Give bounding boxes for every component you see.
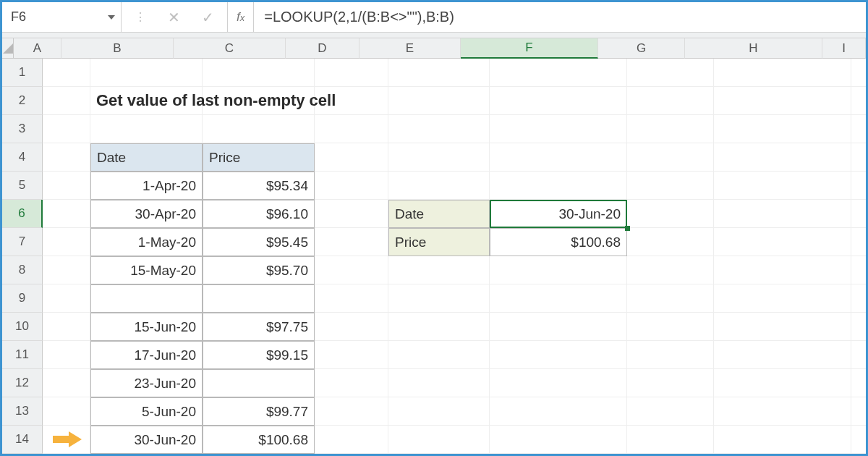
cell[interactable]: [627, 369, 714, 397]
cell[interactable]: [714, 256, 851, 284]
cell[interactable]: [851, 228, 868, 256]
table-cell-price[interactable]: $99.77: [203, 397, 315, 426]
cell[interactable]: [851, 313, 868, 341]
row-header-10[interactable]: 10: [2, 313, 43, 341]
cell[interactable]: [627, 426, 714, 454]
table-cell-date[interactable]: 1-May-20: [90, 228, 203, 256]
cell[interactable]: [388, 369, 490, 397]
cell[interactable]: [714, 397, 851, 426]
table-cell-price[interactable]: $100.68: [203, 426, 315, 454]
cell[interactable]: [627, 228, 714, 256]
cell[interactable]: [851, 200, 868, 228]
name-box[interactable]: F6: [2, 2, 122, 32]
cell[interactable]: [315, 369, 388, 397]
cell[interactable]: [43, 172, 90, 200]
row-header-5[interactable]: 5: [2, 172, 43, 200]
col-header-B[interactable]: B: [61, 38, 174, 59]
table-cell-date[interactable]: 30-Apr-20: [90, 200, 203, 228]
cell[interactable]: [490, 59, 627, 87]
col-header-D[interactable]: D: [286, 38, 359, 59]
cell[interactable]: [43, 200, 90, 228]
col-header-G[interactable]: G: [598, 38, 685, 59]
cell[interactable]: [388, 87, 490, 115]
cell[interactable]: [315, 256, 388, 284]
row-header-13[interactable]: 13: [2, 397, 43, 426]
select-all-corner[interactable]: [2, 38, 14, 59]
cell[interactable]: [851, 172, 868, 200]
row-header-1[interactable]: 1: [2, 59, 43, 87]
table-cell-date[interactable]: 1-Apr-20: [90, 172, 203, 200]
row-header-4[interactable]: 4: [2, 143, 43, 172]
table-cell-date[interactable]: 17-Jun-20: [90, 341, 203, 369]
lookup-label-date[interactable]: Date: [388, 200, 490, 228]
cell[interactable]: [388, 341, 490, 369]
row-header-12[interactable]: 12: [2, 369, 43, 397]
cell[interactable]: [315, 172, 388, 200]
cell[interactable]: [388, 256, 490, 284]
cell[interactable]: [714, 200, 851, 228]
cell[interactable]: [388, 172, 490, 200]
cell[interactable]: [490, 426, 627, 454]
cell[interactable]: [851, 369, 868, 397]
cell[interactable]: [851, 341, 868, 369]
cancel-icon[interactable]: ✕: [168, 9, 180, 26]
table-cell-price[interactable]: [203, 284, 315, 313]
row-header-8[interactable]: 8: [2, 256, 43, 284]
col-header-H[interactable]: H: [685, 38, 822, 59]
cell[interactable]: [627, 341, 714, 369]
table-cell-date[interactable]: 15-May-20: [90, 256, 203, 284]
cell[interactable]: [490, 284, 627, 313]
cell[interactable]: [627, 115, 714, 143]
table-cell-price[interactable]: $95.70: [203, 256, 315, 284]
enter-icon[interactable]: ✓: [202, 9, 214, 26]
cell[interactable]: [315, 284, 388, 313]
cell[interactable]: [627, 87, 714, 115]
cell[interactable]: [203, 59, 315, 87]
fx-button[interactable]: fx: [228, 2, 254, 32]
cell[interactable]: [714, 115, 851, 143]
cell[interactable]: [315, 313, 388, 341]
cell[interactable]: [43, 87, 90, 115]
formula-input[interactable]: =LOOKUP(2,1/(B:B<>""),B:B): [254, 2, 866, 32]
cell[interactable]: [627, 143, 714, 172]
row-header-7[interactable]: 7: [2, 228, 43, 256]
cell[interactable]: [490, 397, 627, 426]
cell[interactable]: [490, 87, 627, 115]
cell[interactable]: [490, 115, 627, 143]
col-header-E[interactable]: E: [359, 38, 461, 59]
cell[interactable]: [627, 313, 714, 341]
col-header-A[interactable]: A: [14, 38, 61, 59]
cell[interactable]: [714, 172, 851, 200]
cell[interactable]: [627, 284, 714, 313]
cell[interactable]: [315, 59, 388, 87]
cell[interactable]: [43, 426, 90, 454]
table-cell-date[interactable]: [90, 284, 203, 313]
cell[interactable]: [851, 87, 868, 115]
cell[interactable]: [851, 143, 868, 172]
cell[interactable]: [43, 341, 90, 369]
table-cell-price[interactable]: $95.45: [203, 228, 315, 256]
cell[interactable]: [714, 87, 851, 115]
cell[interactable]: [43, 115, 90, 143]
table-cell-price[interactable]: $97.75: [203, 313, 315, 341]
cell[interactable]: [90, 59, 203, 87]
cell[interactable]: [43, 284, 90, 313]
cell[interactable]: [714, 313, 851, 341]
title-cell[interactable]: Get value of last non-empty cell: [90, 87, 203, 115]
cell[interactable]: [43, 397, 90, 426]
cell[interactable]: [851, 115, 868, 143]
table-header-date[interactable]: Date: [90, 143, 203, 172]
cell[interactable]: [714, 59, 851, 87]
lookup-value-date[interactable]: 30-Jun-20: [490, 200, 627, 228]
lookup-value-price[interactable]: $100.68: [490, 228, 627, 256]
col-header-C[interactable]: C: [174, 38, 286, 59]
table-cell-date[interactable]: 5-Jun-20: [90, 397, 203, 426]
table-cell-price[interactable]: [203, 369, 315, 397]
table-header-price[interactable]: Price: [203, 143, 315, 172]
cell[interactable]: [490, 341, 627, 369]
cell[interactable]: [388, 143, 490, 172]
cell[interactable]: [388, 59, 490, 87]
cells-area[interactable]: Get value of last non-empty cell Date: [43, 59, 868, 456]
fill-handle[interactable]: [625, 226, 630, 231]
row-header-3[interactable]: 3: [2, 115, 43, 143]
